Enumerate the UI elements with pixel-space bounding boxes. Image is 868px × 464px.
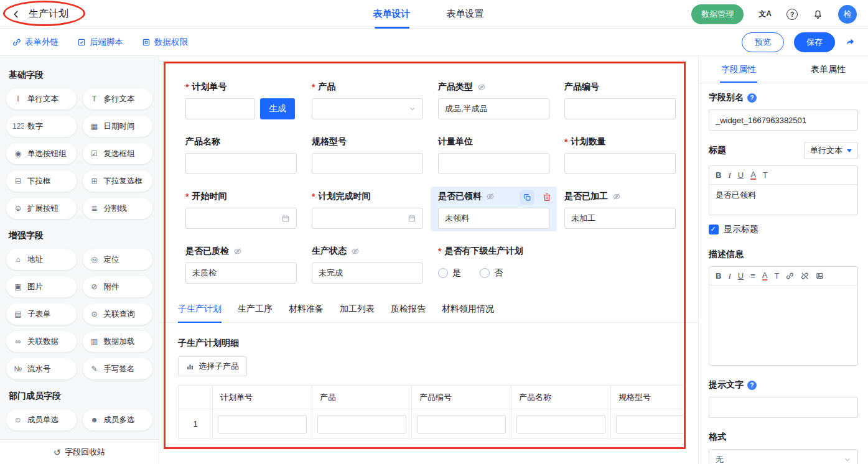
plan-no-cell-input[interactable] bbox=[218, 415, 307, 434]
font-color-icon[interactable]: A bbox=[762, 271, 768, 281]
help-icon[interactable]: ? bbox=[786, 9, 798, 20]
help-circle-icon[interactable]: ? bbox=[747, 93, 757, 103]
field-product-code[interactable]: 产品编号 bbox=[557, 77, 683, 122]
field-processed[interactable]: 是否已加工 未加工 bbox=[557, 187, 683, 231]
field-start-time[interactable]: *开始时间 bbox=[178, 187, 304, 231]
format-select[interactable]: 无 bbox=[709, 449, 858, 464]
italic-icon[interactable]: I bbox=[728, 272, 730, 280]
remove-link-icon[interactable] bbox=[801, 272, 809, 280]
field-plan-qty[interactable]: *计划数量 bbox=[557, 132, 683, 177]
tab-production-process[interactable]: 生产工序 bbox=[238, 304, 273, 322]
processed-input[interactable]: 未加工 bbox=[564, 208, 676, 229]
help-circle-icon[interactable]: ? bbox=[747, 381, 757, 390]
avatar[interactable]: 检 bbox=[838, 5, 857, 24]
palette-item-member-multi[interactable]: ☻成员多选 bbox=[83, 409, 153, 430]
insert-image-icon[interactable] bbox=[816, 272, 824, 280]
palette-item-attachment[interactable]: ⊘附件 bbox=[83, 276, 153, 297]
palette-item-number[interactable]: 123数字 bbox=[6, 116, 77, 137]
font-size-icon[interactable]: T bbox=[763, 171, 768, 179]
start-time-input[interactable] bbox=[185, 208, 297, 229]
field-production-status[interactable]: 生产状态 未完成 bbox=[304, 241, 431, 286]
tab-inspection-report[interactable]: 质检报告 bbox=[391, 304, 426, 322]
insert-link-icon[interactable] bbox=[786, 272, 794, 280]
inspected-input[interactable]: 未质检 bbox=[185, 262, 297, 284]
backend-script-link[interactable]: 后端脚本 bbox=[77, 37, 123, 48]
data-manage-button[interactable]: 数据管理 bbox=[691, 4, 744, 24]
translate-icon[interactable]: 文A bbox=[758, 9, 772, 19]
tab-field-properties[interactable]: 字段属性 bbox=[721, 56, 756, 83]
radio-option-yes[interactable]: 是 bbox=[438, 267, 461, 279]
field-spec-model[interactable]: 规格型号 bbox=[304, 132, 431, 177]
unit-input[interactable] bbox=[438, 153, 549, 174]
bell-icon[interactable] bbox=[813, 9, 823, 19]
product-select[interactable] bbox=[312, 98, 423, 119]
palette-item-select[interactable]: ⊟下拉框 bbox=[6, 170, 77, 192]
production-status-input[interactable]: 未完成 bbox=[312, 262, 423, 284]
product-name-input[interactable] bbox=[185, 153, 297, 174]
preview-button[interactable]: 预览 bbox=[742, 32, 784, 52]
palette-item-image[interactable]: ▣图片 bbox=[6, 276, 77, 297]
palette-item-divider[interactable]: ≣分割线 bbox=[83, 198, 153, 219]
tab-processing-list[interactable]: 加工列表 bbox=[340, 304, 375, 322]
palette-item-multi-line-text[interactable]: T多行文本 bbox=[83, 88, 153, 109]
tab-sub-production-plan[interactable]: 子生产计划 bbox=[178, 304, 222, 322]
product-code-cell-input[interactable] bbox=[417, 415, 506, 434]
palette-item-member-single[interactable]: ☺成员单选 bbox=[6, 409, 77, 430]
field-has-sub-plan[interactable]: *是否有下级生产计划 是 否 bbox=[431, 241, 557, 286]
palette-item-radio-group[interactable]: ◉单选按钮组 bbox=[6, 143, 77, 164]
tab-form-properties[interactable]: 表单属性 bbox=[811, 56, 846, 83]
back-button[interactable]: 生产计划 bbox=[11, 7, 68, 21]
spec-model-cell-input[interactable] bbox=[616, 415, 683, 434]
palette-item-multi-select[interactable]: ⊞下拉复选框 bbox=[83, 170, 153, 192]
plan-no-input[interactable] bbox=[185, 98, 255, 119]
palette-item-location[interactable]: ◎定位 bbox=[83, 249, 153, 270]
save-button[interactable]: 保存 bbox=[794, 32, 835, 52]
bold-icon[interactable]: B bbox=[716, 272, 721, 280]
field-alias-input[interactable]: _widget_1667963382501 bbox=[709, 109, 858, 131]
tab-material-preparation[interactable]: 材料准备 bbox=[289, 304, 324, 322]
bold-icon[interactable]: B bbox=[716, 171, 721, 179]
form-external-link[interactable]: 表单外链 bbox=[12, 37, 58, 48]
palette-item-datetime[interactable]: ▦日期时间 bbox=[83, 116, 153, 137]
palette-item-serial-number[interactable]: №流水号 bbox=[6, 358, 77, 379]
underline-icon[interactable]: U bbox=[738, 272, 744, 280]
italic-icon[interactable]: I bbox=[728, 171, 730, 179]
data-permission-link[interactable]: 数据权限 bbox=[142, 37, 188, 48]
generate-button[interactable]: 生成 bbox=[260, 98, 295, 119]
palette-item-subform[interactable]: ▤子表单 bbox=[6, 304, 77, 325]
palette-item-signature[interactable]: ✎手写签名 bbox=[83, 358, 153, 379]
field-material-received[interactable]: 是否已领料 未领料 bbox=[431, 187, 557, 231]
field-finish-time[interactable]: *计划完成时间 bbox=[304, 187, 431, 231]
palette-item-checkbox-group[interactable]: ☑复选框组 bbox=[83, 143, 153, 164]
hint-input[interactable] bbox=[709, 397, 858, 418]
share-icon[interactable] bbox=[845, 37, 856, 47]
field-unit[interactable]: 计量单位 bbox=[431, 132, 557, 177]
copy-field-icon[interactable] bbox=[520, 190, 534, 205]
palette-item-linked-query[interactable]: ⊙关联查询 bbox=[83, 304, 153, 325]
product-name-cell-input[interactable] bbox=[516, 415, 605, 434]
font-color-icon[interactable]: A bbox=[750, 170, 756, 180]
underline-icon[interactable]: U bbox=[738, 171, 744, 179]
product-cell-input[interactable] bbox=[317, 415, 406, 434]
product-type-input[interactable]: 成品,半成品 bbox=[438, 98, 549, 119]
show-title-checkbox[interactable] bbox=[709, 225, 719, 234]
field-recycle-bin[interactable]: ↺ 字段回收站 bbox=[0, 439, 159, 464]
font-size-icon[interactable]: T bbox=[774, 272, 779, 280]
tab-form-design[interactable]: 表单设计 bbox=[373, 0, 411, 29]
plan-qty-input[interactable] bbox=[564, 153, 676, 174]
field-product[interactable]: *产品 bbox=[304, 77, 431, 122]
spec-model-input[interactable] bbox=[312, 153, 423, 174]
title-editor-content[interactable]: 是否已领料 bbox=[709, 185, 857, 215]
field-product-name[interactable]: 产品名称 bbox=[178, 132, 304, 177]
palette-item-data-load[interactable]: ▥数据加载 bbox=[83, 331, 153, 352]
select-sub-product-button[interactable]: 选择子产品 bbox=[178, 356, 247, 376]
delete-field-icon[interactable] bbox=[542, 192, 552, 202]
material-received-input[interactable]: 未领料 bbox=[438, 208, 549, 229]
tab-material-usage[interactable]: 材料领用情况 bbox=[442, 304, 494, 322]
field-product-type[interactable]: 产品类型 成品,半成品 bbox=[431, 77, 557, 122]
palette-item-single-line-text[interactable]: I单行文本 bbox=[6, 88, 77, 109]
palette-item-linked-data[interactable]: ∞关联数据 bbox=[6, 331, 77, 352]
palette-item-extend-button[interactable]: ⊜扩展按钮 bbox=[6, 198, 77, 219]
finish-time-input[interactable] bbox=[312, 208, 423, 229]
radio-option-no[interactable]: 否 bbox=[480, 267, 503, 279]
